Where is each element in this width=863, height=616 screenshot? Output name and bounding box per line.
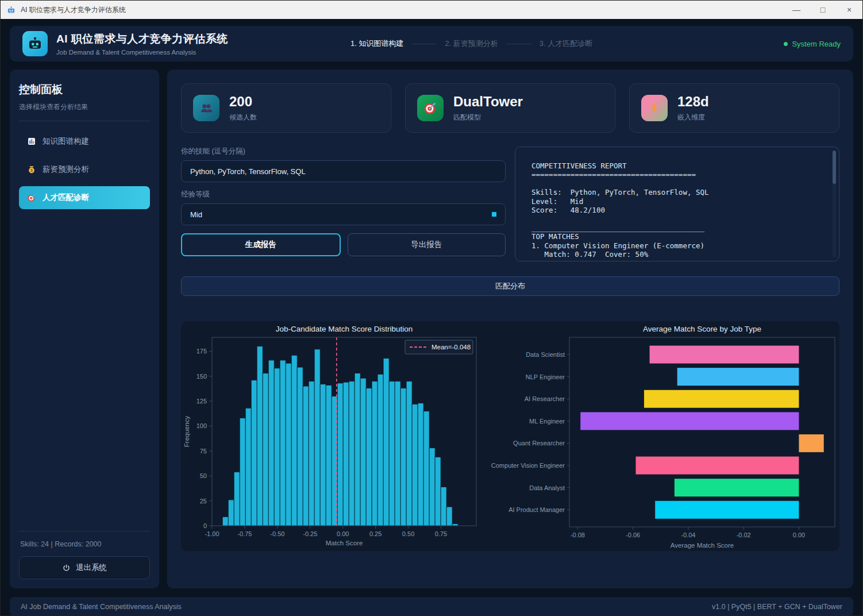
stat-value: DualTower bbox=[453, 94, 523, 110]
footer-left-text: AI Job Demand & Talent Competitiveness A… bbox=[21, 603, 182, 611]
footer: AI Job Demand & Talent Competitiveness A… bbox=[10, 597, 853, 616]
report-scrollbar[interactable] bbox=[833, 151, 836, 257]
skills-label: 你的技能 (逗号分隔) bbox=[181, 147, 506, 156]
stat-value: 128d bbox=[677, 94, 709, 110]
sidebar-item-knowledge-graph[interactable]: 知识图谱构建 bbox=[19, 130, 150, 153]
scrollbar-thumb[interactable] bbox=[833, 151, 836, 184]
sidebar-item-label: 薪资预测分析 bbox=[43, 164, 89, 175]
svg-text:-0.25: -0.25 bbox=[303, 530, 317, 537]
sidebar-subtitle: 选择模块查看分析结果 bbox=[19, 102, 150, 112]
svg-text:0.00: 0.00 bbox=[337, 530, 349, 537]
svg-text:AI Researcher: AI Researcher bbox=[525, 395, 565, 402]
header-titles: AI 职位需求与人才竞争力评估系统 Job Demand & Talent Co… bbox=[56, 32, 228, 56]
selected-level: Mid bbox=[190, 210, 202, 219]
step-connector bbox=[411, 44, 437, 44]
stat-label: 嵌入维度 bbox=[677, 113, 709, 122]
sidebar-item-salary-prediction[interactable]: $ 薪资预测分析 bbox=[19, 158, 150, 181]
svg-text:Computer Vision Engineer: Computer Vision Engineer bbox=[491, 462, 565, 469]
sidebar-bottom: Skills: 24 | Records: 2000 退出系统 bbox=[19, 522, 150, 579]
svg-text:75: 75 bbox=[200, 448, 207, 455]
svg-text:NLP Engineer: NLP Engineer bbox=[526, 374, 565, 380]
svg-text:0.75: 0.75 bbox=[435, 530, 447, 537]
svg-text:-0.50: -0.50 bbox=[270, 530, 284, 537]
experience-level-select[interactable]: Mid bbox=[181, 203, 506, 225]
sidebar-title: 控制面板 bbox=[19, 82, 150, 97]
svg-text:150: 150 bbox=[197, 373, 207, 380]
svg-text:50: 50 bbox=[200, 472, 207, 479]
window-controls: — □ × bbox=[783, 1, 862, 19]
dropdown-indicator-icon bbox=[492, 212, 496, 217]
power-icon bbox=[62, 564, 71, 572]
target-icon bbox=[417, 95, 444, 121]
svg-text:-0.75: -0.75 bbox=[237, 530, 252, 537]
svg-text:-1.00: -1.00 bbox=[205, 530, 219, 537]
exit-system-button[interactable]: 退出系统 bbox=[19, 556, 150, 579]
target-icon bbox=[27, 193, 36, 202]
svg-text:0: 0 bbox=[203, 522, 207, 529]
svg-text:-0.04: -0.04 bbox=[681, 532, 695, 538]
footer-right-text: v1.0 | PyQt5 | BERT + GCN + DualTower bbox=[712, 603, 842, 611]
skills-input[interactable] bbox=[181, 160, 506, 182]
svg-text:25: 25 bbox=[200, 498, 207, 505]
svg-text:Frequency: Frequency bbox=[183, 416, 190, 448]
svg-text:Match Score: Match Score bbox=[326, 540, 363, 546]
exit-button-label: 退出系统 bbox=[76, 563, 107, 573]
svg-text:Data Analyst: Data Analyst bbox=[529, 484, 565, 491]
step-connector bbox=[506, 44, 531, 44]
svg-text:0.50: 0.50 bbox=[402, 530, 414, 537]
app-content: AI 职位需求与人才竞争力评估系统 Job Demand & Talent Co… bbox=[1, 19, 862, 616]
svg-text:ML Engineer: ML Engineer bbox=[529, 418, 565, 425]
stat-value: 200 bbox=[229, 94, 257, 110]
sidebar-stats: Skills: 24 | Records: 2000 bbox=[20, 540, 149, 548]
page-title: AI 职位需求与人才竞争力评估系统 bbox=[56, 32, 228, 47]
svg-text:AI Product Manager: AI Product Manager bbox=[508, 506, 565, 513]
stat-label: 匹配模型 bbox=[453, 113, 523, 122]
wizard-steps: 1. 知识图谱构建 2. 薪资预测分析 3. 人才匹配诊断 bbox=[228, 38, 715, 49]
stat-card-embedding: 128d 嵌入维度 bbox=[629, 83, 839, 133]
step-knowledge-graph: 1. 知识图谱构建 bbox=[350, 38, 403, 49]
svg-text:-0.08: -0.08 bbox=[571, 532, 585, 538]
svg-text:$: $ bbox=[30, 168, 33, 173]
close-icon[interactable]: × bbox=[836, 1, 862, 19]
page-subtitle: Job Demand & Talent Competitiveness Anal… bbox=[56, 49, 228, 56]
report-text: COMPETITIVENESS REPORT =================… bbox=[531, 161, 839, 259]
level-label: 经验等级 bbox=[181, 190, 506, 199]
header: AI 职位需求与人才竞争力评估系统 Job Demand & Talent Co… bbox=[10, 26, 853, 61]
tab-match-distribution[interactable]: 匹配分布 bbox=[181, 276, 839, 296]
divider bbox=[19, 531, 150, 532]
status-badge: System Ready bbox=[784, 40, 841, 48]
lightning-icon bbox=[641, 95, 668, 121]
match-score-histogram: Job-Candidate Match Score Distribution-1… bbox=[181, 321, 481, 551]
sidebar-item-talent-matching[interactable]: 人才匹配诊断 bbox=[19, 186, 150, 209]
export-report-button[interactable]: 导出报告 bbox=[348, 233, 506, 256]
maximize-icon[interactable]: □ bbox=[810, 1, 836, 19]
robot-icon bbox=[6, 5, 16, 15]
people-icon bbox=[193, 95, 219, 121]
sidebar: 控制面板 选择模块查看分析结果 知识图谱构建 $ 薪资预测分析 bbox=[10, 70, 159, 588]
svg-text:100: 100 bbox=[197, 422, 207, 429]
charts-panel: Job-Candidate Match Score Distribution-1… bbox=[181, 321, 839, 551]
app-logo-robot-icon bbox=[22, 31, 48, 56]
main-panel: 200 候选人数 DualTower 匹配模型 bbox=[167, 70, 853, 588]
svg-text:Quant Researcher: Quant Researcher bbox=[513, 440, 565, 446]
divider bbox=[19, 121, 150, 121]
svg-text:-0.06: -0.06 bbox=[626, 532, 640, 538]
svg-text:-0.02: -0.02 bbox=[737, 532, 751, 538]
step-talent-matching: 3. 人才匹配诊断 bbox=[540, 38, 592, 49]
input-form: 你的技能 (逗号分隔) 经验等级 Mid 生成报告 导出报告 bbox=[181, 147, 506, 261]
minimize-icon[interactable]: — bbox=[783, 1, 810, 19]
sidebar-item-label: 知识图谱构建 bbox=[43, 136, 89, 147]
sidebar-item-label: 人才匹配诊断 bbox=[43, 192, 89, 203]
stat-card-candidates: 200 候选人数 bbox=[181, 83, 391, 133]
generate-report-button[interactable]: 生成报告 bbox=[181, 233, 341, 256]
svg-text:Mean=-0.048: Mean=-0.048 bbox=[431, 344, 471, 351]
competitiveness-report-panel: COMPETITIVENESS REPORT =================… bbox=[515, 147, 839, 261]
stat-label: 候选人数 bbox=[229, 113, 257, 122]
svg-text:Data Scientist: Data Scientist bbox=[526, 351, 565, 358]
svg-text:125: 125 bbox=[197, 398, 207, 405]
window-title: AI 职位需求与人才竞争力评估系统 bbox=[21, 5, 126, 15]
bar-chart-icon bbox=[27, 137, 36, 146]
svg-text:0.25: 0.25 bbox=[369, 530, 382, 537]
money-icon: $ bbox=[27, 165, 36, 174]
svg-text:175: 175 bbox=[197, 348, 207, 355]
